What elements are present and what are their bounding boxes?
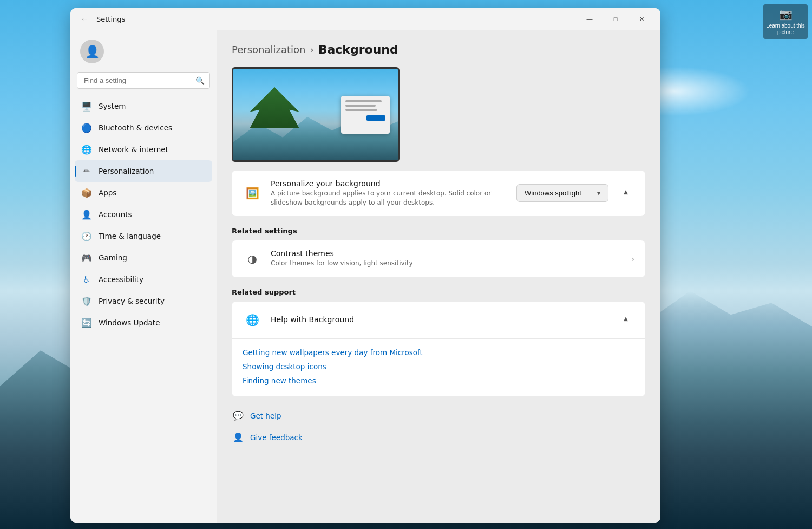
window-controls: — □ ✕ — [577, 10, 654, 28]
give-feedback-row[interactable]: 👤 Give feedback — [232, 429, 645, 446]
close-button[interactable]: ✕ — [629, 10, 654, 28]
give-feedback-icon: 👤 — [232, 431, 245, 444]
learn-about-picture-button[interactable]: 📷 Learn about this picture — [763, 4, 808, 39]
preview-frame — [232, 67, 400, 162]
support-expanded-section: Getting new wallpapers every day from Mi… — [232, 338, 645, 396]
personalization-icon: ✏️ — [81, 166, 92, 177]
sidebar-item-system[interactable]: 🖥️ System — [75, 95, 212, 117]
preview-container — [232, 67, 645, 162]
sidebar-item-label: Personalization — [99, 167, 154, 175]
help-text: Help with Background — [271, 315, 608, 325]
sidebar-item-label: Apps — [99, 188, 116, 197]
sidebar-item-apps[interactable]: 📦 Apps — [75, 182, 212, 204]
contrast-desc: Color themes for low vision, light sensi… — [271, 259, 623, 268]
contrast-text: Contrast themes Color themes for low vis… — [271, 249, 623, 268]
related-support-label: Related support — [232, 288, 645, 296]
preview-trees — [250, 87, 299, 128]
preview-dialog-lines — [345, 100, 385, 111]
bluetooth-icon: 🔵 — [81, 122, 92, 133]
personalize-title: Personalize your background — [271, 179, 508, 188]
system-icon: 🖥️ — [81, 101, 92, 112]
network-icon: 🌐 — [81, 144, 92, 155]
get-help-icon: 💬 — [232, 409, 245, 422]
main-content: Personalization › Background — [217, 30, 660, 523]
support-link-3[interactable]: Finding new themes — [243, 374, 634, 388]
get-help-row[interactable]: 💬 Get help — [232, 407, 645, 424]
update-icon: 🔄 — [81, 317, 92, 328]
breadcrumb: Personalization › Background — [232, 43, 645, 56]
expand-button[interactable]: ▾ — [617, 185, 634, 202]
privacy-icon: 🛡️ — [81, 296, 92, 306]
sidebar-item-accounts[interactable]: 👤 Accounts — [75, 204, 212, 225]
personalize-background-card: 🖼️ Personalize your background A picture… — [232, 171, 645, 216]
title-bar: ← Settings — □ ✕ — [70, 8, 660, 30]
sidebar-item-label: Accounts — [99, 210, 132, 219]
contrast-themes-row[interactable]: ◑ Contrast themes Color themes for low v… — [232, 240, 645, 277]
sidebar-item-update[interactable]: 🔄 Windows Update — [75, 312, 212, 334]
help-with-bg-row[interactable]: 🌐 Help with Background ▾ — [232, 302, 645, 338]
title-bar-left: ← Settings — [77, 11, 125, 27]
preview-dialog-button — [366, 115, 385, 121]
sidebar-item-label: Time & language — [99, 232, 161, 240]
search-input[interactable] — [77, 72, 210, 89]
content-area: 👤 🔍 🖥️ System 🔵 Bluetooth & devices 🌐 Ne… — [70, 30, 660, 523]
minimize-button[interactable]: — — [577, 10, 602, 28]
personalize-desc: A picture background applies to your cur… — [271, 189, 508, 207]
sidebar-item-time[interactable]: 🕐 Time & language — [75, 225, 212, 247]
sidebar-item-personalization[interactable]: ✏️ Personalization — [75, 160, 212, 182]
help-title: Help with Background — [271, 315, 608, 324]
chevron-right-icon: › — [631, 254, 634, 263]
accounts-icon: 👤 — [81, 209, 92, 220]
bottom-actions: 💬 Get help 👤 Give feedback — [232, 407, 645, 446]
globe-icon: 🌐 — [243, 310, 262, 330]
support-expand-button[interactable]: ▾ — [617, 311, 634, 329]
sidebar-item-label: Privacy & security — [99, 297, 165, 305]
gaming-icon: 🎮 — [81, 252, 92, 263]
sidebar-item-gaming[interactable]: 🎮 Gaming — [75, 247, 212, 269]
sidebar-item-label: Gaming — [99, 253, 127, 262]
camera-icon: 📷 — [779, 8, 793, 21]
search-box: 🔍 — [77, 72, 210, 89]
preview-dialog-line — [345, 105, 376, 107]
personalize-icon: 🖼️ — [243, 184, 262, 203]
personalize-row: 🖼️ Personalize your background A picture… — [232, 171, 645, 216]
give-feedback-link[interactable]: Give feedback — [250, 433, 303, 442]
settings-window: ← Settings — □ ✕ 👤 🔍 🖥️ System — [70, 8, 660, 523]
background-type-dropdown[interactable]: Windows spotlight ▾ — [516, 184, 608, 202]
contrast-title: Contrast themes — [271, 249, 623, 258]
preview-dialog — [341, 96, 390, 134]
support-link-2[interactable]: Showing desktop icons — [243, 360, 634, 374]
get-help-link[interactable]: Get help — [250, 412, 281, 420]
chevron-up-icon: ▾ — [624, 315, 628, 325]
sidebar-item-label: System — [99, 102, 126, 110]
maximize-button[interactable]: □ — [603, 10, 628, 28]
breadcrumb-current: Background — [318, 43, 398, 56]
dropdown-value: Windows spotlight — [525, 189, 581, 197]
search-icon: 🔍 — [195, 76, 205, 85]
avatar: 👤 — [80, 40, 104, 63]
chevron-up-icon: ▾ — [624, 188, 628, 198]
personalize-text: Personalize your background A picture ba… — [271, 179, 508, 207]
breadcrumb-parent[interactable]: Personalization — [232, 44, 305, 55]
personalize-control: Windows spotlight ▾ — [516, 184, 608, 202]
preview-dialog-line — [345, 109, 377, 111]
window-title: Settings — [96, 15, 125, 23]
sidebar-item-label: Network & internet — [99, 145, 168, 154]
contrast-icon: ◑ — [243, 249, 262, 269]
apps-icon: 📦 — [81, 187, 92, 198]
sidebar-item-bluetooth[interactable]: 🔵 Bluetooth & devices — [75, 117, 212, 139]
support-link-1[interactable]: Getting new wallpapers every day from Mi… — [243, 345, 634, 360]
avatar-area: 👤 — [75, 35, 212, 72]
sidebar-item-network[interactable]: 🌐 Network & internet — [75, 139, 212, 160]
related-support-card: 🌐 Help with Background ▾ Getting new wal… — [232, 302, 645, 396]
related-settings-card: ◑ Contrast themes Color themes for low v… — [232, 240, 645, 277]
chevron-down-icon: ▾ — [597, 190, 600, 197]
time-icon: 🕐 — [81, 231, 92, 241]
sidebar: 👤 🔍 🖥️ System 🔵 Bluetooth & devices 🌐 Ne… — [70, 30, 217, 523]
breadcrumb-separator: › — [310, 44, 313, 55]
sidebar-item-accessibility[interactable]: ♿ Accessibility — [75, 269, 212, 290]
back-button[interactable]: ← — [77, 11, 92, 27]
sidebar-item-label: Accessibility — [99, 275, 143, 284]
preview-dialog-line — [345, 100, 382, 102]
sidebar-item-privacy[interactable]: 🛡️ Privacy & security — [75, 290, 212, 312]
